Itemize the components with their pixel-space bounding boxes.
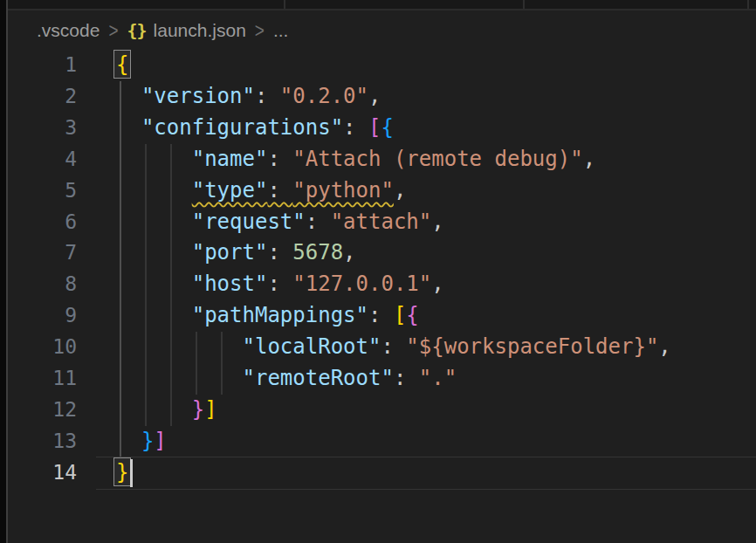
breadcrumb-symbol-path[interactable]: ...	[273, 20, 289, 41]
code-token: ,	[368, 84, 381, 108]
window-left-edge	[0, 0, 6, 543]
line-number[interactable]: 6	[0, 207, 77, 238]
code-token: "127.0.0.1"	[292, 272, 431, 296]
breadcrumb: .vscode > {}launch.json > ...	[0, 10, 756, 50]
tab-separator	[523, 0, 525, 9]
code-token: "remoteRoot"	[243, 366, 394, 390]
code-line[interactable]: 8 "host": "127.0.0.1",	[0, 269, 756, 300]
code-token	[116, 429, 141, 453]
code-line-text: }	[116, 457, 128, 489]
code-token: "request"	[192, 210, 306, 234]
code-token: ,	[394, 178, 406, 203]
code-line[interactable]: 12 }]	[0, 395, 756, 426]
line-number[interactable]: 13	[0, 426, 77, 457]
code-line[interactable]: 10 "localRoot": "${workspaceFolder}",	[0, 332, 756, 363]
code-token: ,	[431, 210, 443, 234]
code-line-text: }]	[116, 395, 217, 426]
code-line[interactable]: 11 "remoteRoot": "."	[0, 363, 756, 395]
window-left-edge-border	[6, 0, 8, 543]
code-line-text: "configurations": [{	[116, 113, 394, 144]
code-token: :	[368, 303, 394, 327]
code-token	[116, 178, 192, 203]
code-line-text: "pathMappings": [{	[116, 300, 419, 332]
code-editor[interactable]: 1{2 "version": "0.2.0",3 "configurations…	[0, 50, 756, 543]
code-line-text: "type": "python",	[116, 175, 406, 207]
line-number[interactable]: 4	[0, 144, 77, 175]
code-token: ,	[583, 147, 595, 171]
code-token: "name"	[192, 147, 268, 171]
line-number[interactable]: 3	[0, 113, 77, 144]
code-line[interactable]: 5 "type": "python",	[0, 175, 756, 207]
code-token	[116, 334, 243, 359]
code-token: :	[267, 147, 292, 171]
line-number[interactable]: 8	[0, 269, 77, 300]
code-line[interactable]: 2 "version": "0.2.0",	[0, 81, 756, 113]
code-token: "version"	[141, 84, 255, 108]
json-braces-icon: {}	[127, 20, 146, 41]
code-token: "0.2.0"	[280, 84, 368, 108]
code-line[interactable]: 9 "pathMappings": [{	[0, 300, 756, 332]
code-token: "pathMappings"	[192, 303, 368, 327]
tab-separator	[284, 0, 285, 9]
line-number[interactable]: 9	[0, 300, 77, 332]
code-token	[116, 210, 192, 234]
code-token: {	[406, 303, 418, 327]
code-token: "."	[419, 366, 457, 390]
code-line[interactable]: 4 "name": "Attach (remote debug)",	[0, 144, 756, 175]
code-token: :	[343, 115, 368, 140]
tab-bar[interactable]	[0, 0, 756, 10]
breadcrumb-file[interactable]: {}launch.json	[127, 20, 245, 41]
code-token: "configurations"	[141, 115, 343, 140]
code-token: ,	[658, 334, 670, 359]
code-token: 5678	[292, 240, 343, 265]
code-line[interactable]: 7 "port": 5678,	[0, 237, 756, 269]
code-line-text: }]	[116, 426, 167, 457]
line-number[interactable]: 1	[0, 50, 77, 81]
line-number[interactable]: 10	[0, 332, 77, 363]
code-line[interactable]: 13 }]	[0, 426, 756, 457]
code-line-text: "host": "127.0.0.1",	[116, 269, 444, 300]
code-line[interactable]: 14}	[0, 457, 756, 489]
code-token	[116, 272, 192, 296]
code-line[interactable]: 1{	[0, 50, 756, 81]
vscode-window: .vscode > {}launch.json > ... 1{2 "versi…	[0, 0, 756, 543]
code-token: "type"	[192, 178, 268, 203]
chevron-right-icon: >	[108, 18, 118, 43]
text-cursor	[130, 459, 133, 487]
code-token: ,	[431, 272, 443, 296]
code-token	[116, 84, 141, 108]
code-token: :	[255, 84, 280, 108]
line-number[interactable]: 12	[0, 395, 77, 426]
code-token	[116, 397, 192, 422]
code-line-text: "localRoot": "${workspaceFolder}",	[116, 332, 671, 363]
code-line-text: "remoteRoot": "."	[116, 363, 457, 395]
code-token: }	[141, 429, 154, 453]
breadcrumb-folder[interactable]: .vscode	[37, 20, 100, 41]
line-number[interactable]: 7	[0, 237, 77, 269]
code-token: [	[394, 303, 406, 327]
code-token: "port"	[192, 240, 268, 265]
line-number[interactable]: 11	[0, 363, 77, 395]
code-line[interactable]: 6 "request": "attach",	[0, 207, 756, 238]
code-token: :	[267, 178, 292, 203]
code-token	[116, 115, 141, 140]
code-token: "localRoot"	[243, 334, 381, 359]
code-line[interactable]: 3 "configurations": [{	[0, 113, 756, 144]
code-token: [	[368, 115, 381, 140]
matched-bracket: {	[116, 52, 128, 77]
code-line-text: "version": "0.2.0",	[116, 81, 381, 113]
code-line-text: "request": "attach",	[116, 207, 444, 238]
code-token: :	[267, 240, 292, 265]
code-token	[116, 147, 192, 171]
code-token: :	[394, 366, 419, 390]
code-token	[116, 366, 243, 390]
code-line-text: "name": "Attach (remote debug)",	[116, 144, 595, 175]
code-token: "Attach (remote debug)"	[292, 147, 582, 171]
code-token: :	[381, 334, 406, 359]
code-token: "python"	[292, 178, 394, 203]
line-number[interactable]: 5	[0, 175, 77, 207]
line-number[interactable]: 14	[0, 457, 77, 489]
code-token	[116, 303, 192, 327]
line-number[interactable]: 2	[0, 81, 77, 113]
code-token: }	[192, 397, 204, 422]
